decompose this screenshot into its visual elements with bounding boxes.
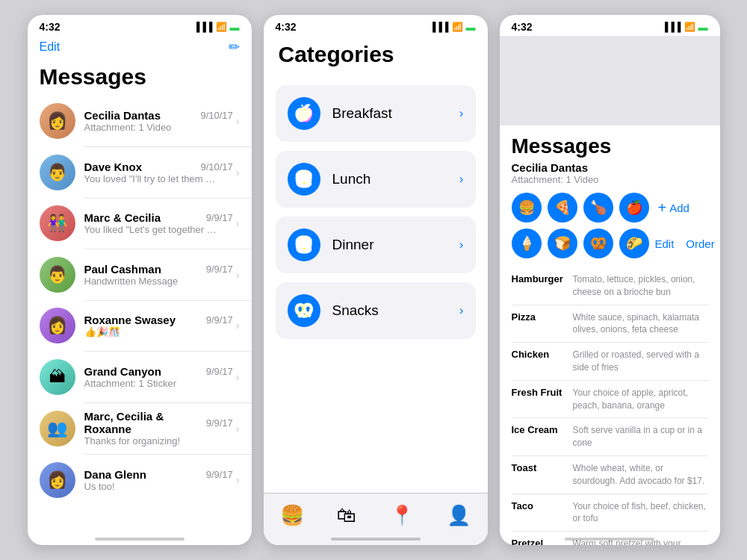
food-icons-row-2: 🍦🍞🥨🌮 Edit Order <box>512 228 708 258</box>
menu-list: Hamburger Tomato, lettuce, pickles, onio… <box>512 267 708 545</box>
menu-item-desc: Grilled or roasted, served with a side o… <box>573 349 708 374</box>
menu-item-name: Hamburger <box>512 273 564 299</box>
chevron-right-icon: › <box>236 167 240 178</box>
message-date: 9/9/17 <box>206 366 233 377</box>
message-item[interactable]: 👩 Dana Glenn 9/9/17 Us too! › <box>28 455 252 505</box>
detail-contact-sub: Attachment: 1 Video <box>512 174 708 185</box>
menu-item: Ice Cream Soft serve vanilla in a cup or… <box>512 418 708 456</box>
signal-icon: ▐▐▐ <box>193 22 213 32</box>
status-bar-1: 4:32 ▐▐▐ 📶 ▬ <box>28 15 252 36</box>
avatar: 👨 <box>40 257 75 293</box>
message-item[interactable]: 👩 Cecilia Dantas 9/10/17 Attachment: 1 V… <box>28 96 252 146</box>
message-item[interactable]: 👨 Paul Cashman 9/9/17 Handwritten Messag… <box>28 249 252 300</box>
message-content: Cecilia Dantas 9/10/17 Attachment: 1 Vid… <box>84 109 233 133</box>
order-button[interactable]: Order <box>686 237 714 250</box>
message-item[interactable]: 👨 Dave Knox 9/10/17 You loved "I'll try … <box>28 147 252 198</box>
detail-contact-name: Cecilia Dantas <box>512 161 708 174</box>
menu-item-desc: Your choice of fish, beef, chicken, or t… <box>573 500 708 526</box>
menu-item-name: Ice Cream <box>512 424 564 449</box>
food-icon-button[interactable]: 🥨 <box>583 228 613 258</box>
message-item[interactable]: 👩 Roxanne Swasey 9/9/17 👍🎉🎊 › <box>28 300 252 351</box>
chevron-right-icon: › <box>236 474 240 486</box>
signal-icon: ▐▐▐ <box>662 22 681 32</box>
chevron-right-icon: › <box>236 320 240 332</box>
sender-name: Paul Cashman <box>84 263 161 276</box>
category-item[interactable]: 🍎 Breakfast › <box>276 85 476 142</box>
message-header: Marc, Cecilia & Roxanne 9/9/17 <box>84 410 233 435</box>
message-preview: You liked "Let's get together for coffee… <box>84 224 219 235</box>
category-item[interactable]: 🍔 Lunch › <box>276 151 476 208</box>
message-item[interactable]: 🏔 Grand Canyon 9/9/17 Attachment: 1 Stic… <box>28 352 252 402</box>
category-icon: 🥨 <box>288 294 320 327</box>
message-header: Grand Canyon 9/9/17 <box>84 365 233 378</box>
category-item[interactable]: 🍔 Dinner › <box>276 217 476 273</box>
message-content: Paul Cashman 9/9/17 Handwritten Message <box>84 263 233 287</box>
menu-item-name: Chicken <box>512 349 564 374</box>
category-label: Breakfast <box>332 105 459 122</box>
category-icon: 🍔 <box>288 163 320 196</box>
menu-item-desc: White sauce, spinach, kalamata olives, o… <box>573 311 708 337</box>
menu-item: Toast Whole wheat, white, or sourdough. … <box>512 456 708 494</box>
food-icon-button[interactable]: 🍦 <box>512 228 542 258</box>
menu-item-desc: Your choice of apple, apricot, peach, ba… <box>573 387 708 412</box>
menu-item: Taco Your choice of fish, beef, chicken,… <box>512 494 708 532</box>
message-header: Marc & Cecilia 9/9/17 <box>84 211 233 224</box>
sender-name: Marc, Cecilia & Roxanne <box>84 410 206 435</box>
menu-item-desc: Tomato, lettuce, pickles, onion, cheese … <box>573 273 708 299</box>
edit-button[interactable]: Edit <box>40 40 61 54</box>
tab-profile-icon[interactable]: 👤 <box>447 504 471 527</box>
sender-name: Dana Glenn <box>84 468 146 481</box>
message-content: Dave Knox 9/10/17 You loved "I'll try to… <box>84 161 233 184</box>
menu-item-name: Toast <box>512 462 564 488</box>
add-food-button[interactable]: +Add <box>658 199 689 217</box>
message-date: 9/9/17 <box>206 212 233 223</box>
message-preview: 👍🎉🎊 <box>84 326 219 337</box>
avatar: 🏔 <box>40 359 75 395</box>
message-preview: Attachment: 1 Sticker <box>84 378 219 389</box>
detail-title: Messages <box>512 134 708 158</box>
message-date: 9/9/17 <box>206 417 233 429</box>
compose-button[interactable]: ✏ <box>229 39 240 55</box>
menu-item: Chicken Grilled or roasted, served with … <box>512 343 708 381</box>
avatar: 👩 <box>40 103 75 139</box>
status-icons-2: ▐▐▐ 📶 ▬ <box>430 22 476 33</box>
food-icon-button[interactable]: 🍔 <box>512 193 542 223</box>
sender-name: Grand Canyon <box>84 365 161 378</box>
edit-button[interactable]: Edit <box>655 237 675 250</box>
phone-categories: 4:32 ▐▐▐ 📶 ▬ Categories 🍎 Breakfast › 🍔 … <box>264 15 488 545</box>
messages-list: 👩 Cecilia Dantas 9/10/17 Attachment: 1 V… <box>28 96 252 505</box>
status-icons-3: ▐▐▐ 📶 ▬ <box>662 22 708 33</box>
tab-shop-icon[interactable]: 🛍 <box>337 504 356 527</box>
category-item[interactable]: 🥨 Snacks › <box>276 282 476 339</box>
message-content: Roxanne Swasey 9/9/17 👍🎉🎊 <box>84 314 233 337</box>
chevron-right-icon: › <box>459 106 464 121</box>
action-buttons: Edit Order <box>655 237 715 250</box>
tab-location-icon[interactable]: 📍 <box>390 504 414 527</box>
chevron-right-icon: › <box>236 217 240 229</box>
message-item[interactable]: 👥 Marc, Cecilia & Roxanne 9/9/17 Thanks … <box>28 402 252 454</box>
category-icon: 🍎 <box>288 97 320 130</box>
message-content: Grand Canyon 9/9/17 Attachment: 1 Sticke… <box>84 365 233 389</box>
messages-title: Messages <box>28 61 252 96</box>
food-icon-button[interactable]: 🍕 <box>548 193 577 223</box>
food-icon-button[interactable]: 🍗 <box>583 193 613 223</box>
avatar: 👩 <box>40 308 75 343</box>
category-label: Lunch <box>332 171 459 187</box>
add-label: Add <box>669 202 689 214</box>
food-icon-button[interactable]: 🍎 <box>619 193 649 223</box>
home-indicator <box>95 538 185 541</box>
messages-header: Edit ✏ <box>28 36 252 61</box>
tab-food-icon[interactable]: 🍔 <box>280 504 304 527</box>
menu-item-name: Taco <box>512 500 564 526</box>
home-indicator-3 <box>565 538 654 541</box>
message-item[interactable]: 👫 Marc & Cecilia 9/9/17 You liked "Let's… <box>28 198 252 249</box>
chevron-right-icon: › <box>236 423 240 435</box>
phone-detail: 4:32 ▐▐▐ 📶 ▬ Messages Cecilia Dantas Att… <box>500 15 720 545</box>
menu-item: Pizza White sauce, spinach, kalamata oli… <box>512 305 708 343</box>
message-preview: Attachment: 1 Video <box>84 122 219 133</box>
sender-name: Marc & Cecilia <box>84 211 161 224</box>
plus-icon: + <box>658 199 667 217</box>
food-icon-button[interactable]: 🍞 <box>548 228 577 258</box>
menu-item-name: Pretzel <box>512 538 564 545</box>
food-icon-button[interactable]: 🌮 <box>619 228 649 258</box>
